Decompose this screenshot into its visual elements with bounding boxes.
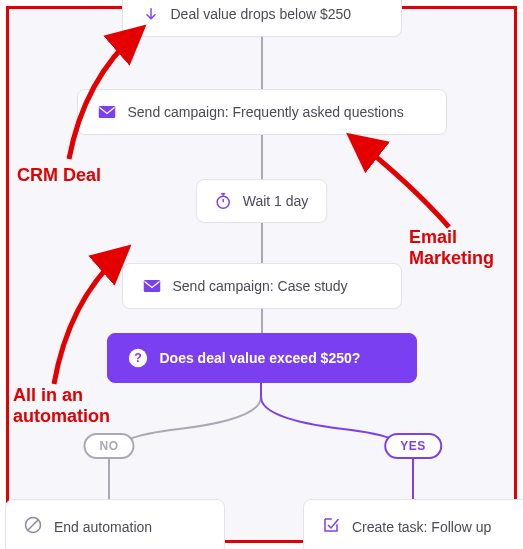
svg-rect-1	[98, 106, 115, 118]
send-campaign-node-2[interactable]: Send campaign: Case study	[122, 263, 402, 309]
wait-label: Wait 1 day	[243, 193, 309, 209]
task-label: Create task: Follow up	[352, 519, 491, 535]
trigger-label: Deal value drops below $250	[171, 6, 352, 22]
branch-no-pill: NO	[84, 433, 135, 459]
svg-text:?: ?	[134, 351, 142, 365]
wait-node[interactable]: Wait 1 day	[196, 179, 328, 223]
task-check-icon	[322, 516, 340, 537]
connector	[261, 223, 263, 263]
question-icon: ?	[128, 348, 148, 368]
no-label: NO	[100, 439, 119, 453]
annotated-frame: Deal value drops below $250 Send campaig…	[6, 6, 517, 543]
connector	[261, 307, 263, 333]
svg-line-10	[28, 520, 39, 531]
branch-yes-pill: YES	[384, 433, 442, 459]
connector	[261, 133, 263, 179]
envelope-icon	[98, 105, 116, 119]
svg-rect-6	[143, 280, 160, 292]
send-campaign-node-1[interactable]: Send campaign: Frequently asked question…	[77, 89, 447, 135]
annotation-all-in-automation: All in an automation	[13, 385, 110, 426]
end-label: End automation	[54, 519, 152, 535]
annotation-email-marketing: Email Marketing	[409, 227, 494, 268]
envelope-icon	[143, 279, 161, 293]
end-automation-node[interactable]: End automation	[5, 499, 225, 549]
prohibited-icon	[24, 516, 42, 537]
annotation-crm-deal: CRM Deal	[17, 165, 101, 186]
step-label: Send campaign: Frequently asked question…	[128, 104, 404, 120]
stopwatch-icon	[215, 192, 231, 210]
arrow-down-icon	[143, 6, 159, 22]
create-task-node[interactable]: Create task: Follow up	[303, 499, 523, 549]
trigger-node[interactable]: Deal value drops below $250	[122, 0, 402, 37]
decision-label: Does deal value exceed $250?	[160, 350, 361, 366]
decision-node[interactable]: ? Does deal value exceed $250?	[107, 333, 417, 383]
yes-label: YES	[400, 439, 426, 453]
annotation-arrow	[339, 127, 469, 237]
automation-canvas: Deal value drops below $250 Send campaig…	[9, 9, 514, 540]
step-label: Send campaign: Case study	[173, 278, 348, 294]
